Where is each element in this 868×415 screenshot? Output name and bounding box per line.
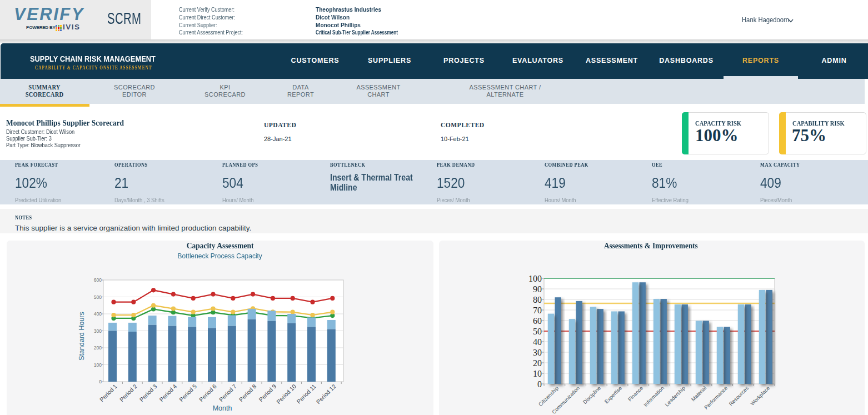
svg-text:40: 40 [533, 337, 542, 347]
svg-text:500: 500 [94, 294, 102, 300]
svg-text:Material: Material [690, 385, 708, 403]
svg-text:80: 80 [533, 295, 542, 304]
svg-text:Workplace: Workplace [749, 385, 771, 407]
svg-text:Period 1: Period 1 [98, 383, 118, 403]
svg-text:Period 11: Period 11 [295, 383, 317, 405]
svg-text:100: 100 [528, 274, 542, 283]
svg-text:30: 30 [533, 348, 542, 357]
svg-text:0: 0 [537, 379, 542, 389]
svg-text:200: 200 [94, 345, 102, 351]
svg-text:Period 5: Period 5 [178, 383, 198, 403]
svg-text:Leadership: Leadership [664, 385, 686, 408]
svg-text:600: 600 [94, 277, 102, 283]
svg-text:Period 4: Period 4 [158, 383, 178, 403]
svg-text:Discipline: Discipline [582, 385, 602, 406]
svg-text:Month: Month [213, 404, 232, 412]
svg-text:10: 10 [533, 369, 542, 378]
svg-text:20: 20 [533, 358, 542, 368]
svg-text:Information: Information [642, 385, 665, 408]
svg-text:Standard Hours: Standard Hours [78, 312, 86, 361]
svg-text:Period 6: Period 6 [198, 383, 218, 403]
svg-text:Period 7: Period 7 [218, 383, 238, 403]
svg-text:Period 2: Period 2 [118, 383, 138, 403]
svg-text:Period 3: Period 3 [138, 383, 158, 403]
svg-text:Period 9: Period 9 [257, 383, 277, 403]
svg-text:60: 60 [533, 316, 542, 326]
svg-text:300: 300 [94, 328, 102, 334]
svg-text:0: 0 [99, 379, 102, 384]
svg-text:70: 70 [533, 306, 542, 315]
svg-text:Period 12: Period 12 [315, 383, 337, 405]
svg-text:Period 10: Period 10 [275, 383, 297, 405]
svg-text:Finance: Finance [627, 385, 645, 403]
svg-text:Period 8: Period 8 [237, 383, 257, 403]
svg-text:400: 400 [94, 311, 102, 317]
svg-text:Expertise: Expertise [603, 385, 623, 405]
svg-text:100: 100 [94, 362, 102, 368]
svg-text:90: 90 [533, 284, 542, 294]
svg-text:Resources: Resources [727, 384, 750, 407]
svg-text:50: 50 [533, 327, 542, 336]
